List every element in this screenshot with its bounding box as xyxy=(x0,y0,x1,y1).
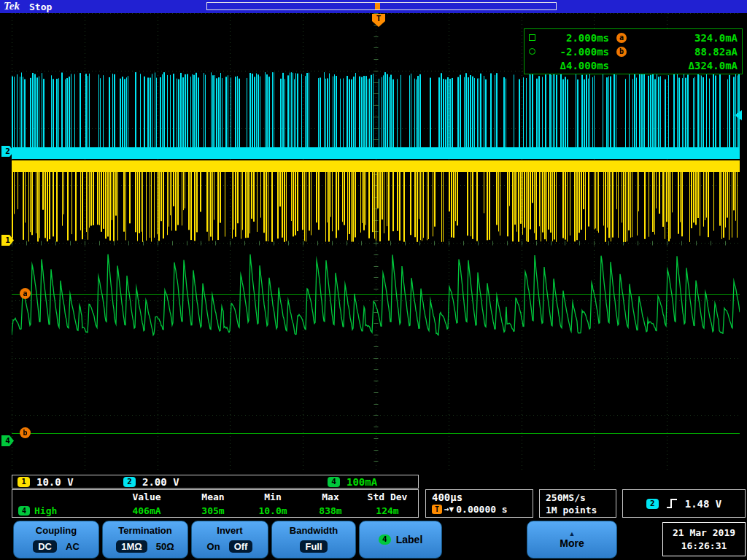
measurement-source: 4 High xyxy=(12,504,112,518)
coupling-option-dc[interactable]: DC xyxy=(33,540,57,553)
channel1-scale: 10.0 V xyxy=(36,476,74,488)
measurement-max: 838m xyxy=(301,504,360,518)
measurement-mean: 305m xyxy=(182,504,244,518)
timebase-readout: 400µs T →▼ 0.00000 s xyxy=(425,489,533,518)
more-text: More xyxy=(560,537,584,549)
cursor-a-value: 324.0mA xyxy=(634,32,738,44)
channel-scale-readout: 1 10.0 V 2 2.00 V 4 100mA xyxy=(12,475,419,489)
invert-option-off[interactable]: Off xyxy=(229,540,253,553)
trigger-source-badge: 2 xyxy=(646,499,659,509)
record-length: 1M points xyxy=(546,504,610,516)
measurement-header-value: Value xyxy=(112,490,182,504)
timebase-position: 0.00000 s xyxy=(456,504,507,515)
coupling-option-ac[interactable]: AC xyxy=(66,541,80,552)
acquisition-status: Stop xyxy=(29,1,52,12)
cursor-a-badge: a xyxy=(616,33,627,43)
trigger-level-arrow-icon[interactable] xyxy=(735,110,742,120)
bandwidth-title: Bandwidth xyxy=(272,525,355,536)
header-bar: Tek Stop xyxy=(0,0,747,13)
cursor-readout-row-a: 2.000ms a 324.0mA xyxy=(529,31,738,44)
cursor-readout-panel: 2.000ms a 324.0mA -2.000ms b 88.82aA Δ4.… xyxy=(524,28,743,74)
cursor-delta-time: Δ4.000ms xyxy=(542,60,609,71)
menu-button-bandwidth[interactable]: Bandwidth Full xyxy=(271,521,356,559)
measurement-table: Value Mean Min Max Std Dev 4 High 406mA … xyxy=(12,489,419,518)
square-cursor-icon xyxy=(529,34,542,41)
trigger-t-icon: T xyxy=(432,505,442,514)
cursor-readout-row-b: -2.000ms b 88.82aA xyxy=(529,44,738,58)
menu-button-termination[interactable]: Termination 1MΩ 50Ω xyxy=(102,521,188,559)
menu-button-invert[interactable]: Invert On Off xyxy=(191,521,268,559)
record-view-bar[interactable] xyxy=(206,2,557,10)
sample-rate: 250MS/s xyxy=(546,491,610,504)
invert-option-on[interactable]: On xyxy=(207,541,220,552)
invert-title: Invert xyxy=(192,525,268,536)
cursor-b-value: 88.82aA xyxy=(634,46,738,58)
menu-button-label[interactable]: 4 Label xyxy=(359,521,442,559)
label-text: Label xyxy=(396,534,423,545)
measurement-header-max: Max xyxy=(301,490,360,504)
menu-button-more[interactable]: ▲ More xyxy=(527,521,617,559)
cursor-b-marker[interactable]: b xyxy=(20,427,31,438)
channel2-scale: 2.00 V xyxy=(142,476,179,488)
channel4-badge[interactable]: 4 xyxy=(328,477,340,487)
termination-title: Termination xyxy=(103,525,187,536)
measurement-header-mean: Mean xyxy=(182,490,244,504)
channel4-scale: 100mA xyxy=(347,476,377,488)
label-channel-badge: 4 xyxy=(379,534,391,545)
trigger-level: 1.48 V xyxy=(685,498,722,510)
datetime-display: 21 Mar 2019 16:26:31 xyxy=(662,522,746,556)
bandwidth-option-full[interactable]: Full xyxy=(300,540,327,553)
measurement-header-min: Min xyxy=(244,490,301,504)
record-trigger-position-marker[interactable] xyxy=(375,3,380,9)
measurement-min: 10.0m xyxy=(244,504,301,518)
menu-button-coupling[interactable]: Coupling DC AC xyxy=(13,521,99,559)
measurement-stddev: 124m xyxy=(360,504,415,518)
channel1-badge[interactable]: 1 xyxy=(18,477,30,487)
measurement-value: 406mA xyxy=(112,504,182,518)
cursor-a-time: 2.000ms xyxy=(542,32,609,44)
date-text: 21 Mar 2019 xyxy=(673,526,735,540)
rising-edge-icon xyxy=(666,498,678,509)
coupling-title: Coupling xyxy=(14,525,98,536)
termination-option-50ohm[interactable]: 50Ω xyxy=(156,541,174,552)
cursor-a-marker[interactable]: a xyxy=(20,288,31,299)
measurement-channel-badge: 4 xyxy=(18,506,30,516)
cursor-b-badge: b xyxy=(616,47,627,57)
cursor-readout-row-delta: Δ4.000ms Δ324.0mA xyxy=(529,58,738,72)
trigger-position-arrow-icon: →▼ xyxy=(444,505,454,514)
oscilloscope-screen: Tek Stop T 2 1 4 a b 2.000ms a 324.0mA -… xyxy=(0,0,747,560)
acquisition-readout: 250MS/s 1M points xyxy=(539,489,616,518)
more-up-arrow-icon: ▲ xyxy=(569,530,576,537)
trigger-readout: 2 1.48 V xyxy=(622,489,746,518)
measurement-name: High xyxy=(34,504,57,518)
tek-logo: Tek xyxy=(4,0,20,12)
cursor-b-time: -2.000ms xyxy=(542,46,609,58)
channel2-badge[interactable]: 2 xyxy=(123,477,136,487)
time-text: 16:26:31 xyxy=(681,540,727,553)
termination-option-1mohm[interactable]: 1MΩ xyxy=(116,540,147,553)
waveform-display xyxy=(12,13,740,472)
circle-cursor-icon xyxy=(529,48,542,55)
measurement-header-stddev: Std Dev xyxy=(360,490,415,504)
cursor-delta-value: Δ324.0mA xyxy=(634,60,738,71)
timebase-scale: 400µs xyxy=(432,491,527,503)
